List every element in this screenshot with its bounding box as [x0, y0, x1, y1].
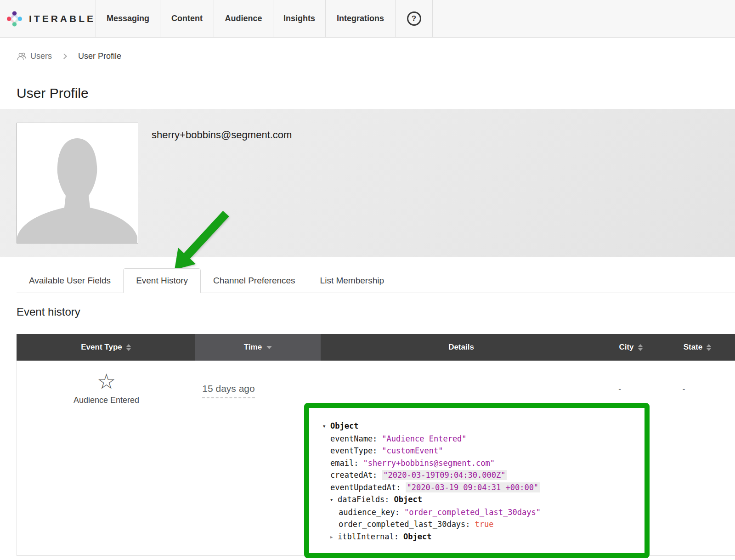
star-icon: ☆	[97, 371, 116, 392]
breadcrumb-current: User Profile	[78, 51, 121, 61]
brand-name: ITERABLE	[29, 13, 96, 24]
help-button[interactable]: ?	[395, 0, 433, 37]
sort-desc-icon	[266, 346, 272, 349]
nav-item-messaging[interactable]: Messaging	[96, 0, 160, 37]
help-icon: ?	[407, 11, 421, 26]
tab-channel-preferences[interactable]: Channel Preferences	[201, 268, 308, 293]
event-type-cell: ☆ Audience Entered	[17, 361, 196, 555]
profile-tabs: Available User Fields Event History Chan…	[17, 268, 735, 293]
column-header-city[interactable]: City	[602, 334, 660, 361]
column-header-state[interactable]: State	[660, 334, 735, 361]
nav-item-content[interactable]: Content	[160, 0, 214, 37]
caret-collapsed-icon[interactable]: ▶	[330, 531, 338, 543]
json-line: email:"sherry+bobbins@segment.com"	[323, 457, 638, 469]
json-line: order_completed_last_30days:true	[323, 518, 638, 531]
avatar	[17, 123, 138, 243]
column-header-time[interactable]: Time	[195, 334, 321, 361]
chevron-right-icon	[61, 53, 67, 59]
iterable-logo[interactable]: ITERABLE	[0, 0, 96, 37]
caret-expanded-icon[interactable]: ▼	[330, 494, 338, 506]
event-history-heading: Event history	[17, 305, 80, 318]
json-line: eventType:"customEvent"	[323, 445, 638, 457]
event-details-json: ▼Object eventName:"Audience Entered" eve…	[304, 403, 650, 558]
event-type-label: Audience Entered	[74, 396, 139, 405]
state-cell: -	[660, 361, 735, 555]
tabbar-filler	[396, 268, 735, 293]
json-line: eventUpdatedAt:"2020-03-19 09:04:31 +00:…	[323, 481, 638, 494]
page-title: User Profile	[17, 85, 89, 101]
sort-arrows-icon	[707, 344, 711, 351]
json-line: eventName:"Audience Entered"	[323, 433, 638, 445]
json-line-datafields: ▼dataFields:Object	[323, 493, 638, 506]
tab-event-history[interactable]: Event History	[123, 268, 201, 293]
breadcrumb: Users User Profile	[17, 51, 121, 61]
users-icon	[17, 52, 27, 61]
sort-arrows-icon	[638, 344, 643, 351]
iterable-logo-icon	[6, 6, 23, 32]
avatar-silhouette-icon	[17, 123, 138, 243]
relative-time[interactable]: 15 days ago	[202, 383, 254, 398]
top-nav: ITERABLE Messaging Content Audience Insi…	[0, 0, 735, 38]
sort-arrows-icon	[126, 344, 131, 351]
column-header-event-type[interactable]: Event Type	[17, 334, 195, 361]
profile-email: sherry+bobbins@segment.com	[152, 129, 292, 141]
profile-hero: sherry+bobbins@segment.com	[0, 109, 735, 257]
json-line: audience_key:"order_completed_last_30day…	[323, 506, 638, 519]
event-table-header: Event Type Time Details City State	[17, 334, 735, 361]
user-profile-screen: ITERABLE Messaging Content Audience Insi…	[0, 0, 735, 560]
nav-item-insights[interactable]: Insights	[273, 0, 325, 37]
nav-item-audience[interactable]: Audience	[214, 0, 273, 37]
time-cell: 15 days ago	[196, 361, 321, 555]
json-line-itblinternal: ▶itblInternal:Object	[323, 531, 638, 543]
json-line-root: ▼Object	[323, 420, 638, 433]
tab-available-user-fields[interactable]: Available User Fields	[17, 268, 123, 293]
breadcrumb-users-link[interactable]: Users	[17, 51, 52, 61]
json-line: createdAt:"2020-03-19T09:04:30.000Z"	[323, 469, 638, 481]
column-header-details: Details	[321, 334, 602, 361]
caret-expanded-icon[interactable]: ▼	[323, 420, 330, 433]
tab-list-membership[interactable]: List Membership	[308, 268, 396, 293]
nav-item-integrations[interactable]: Integrations	[325, 0, 395, 37]
breadcrumb-users-label: Users	[30, 51, 52, 61]
